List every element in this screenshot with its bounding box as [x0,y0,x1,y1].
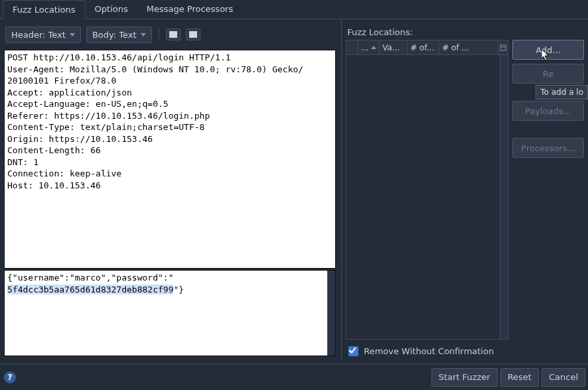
toolbar-separator [159,28,159,41]
request-editors: POST http://10.10.153.46/api/login HTTP/… [1,50,338,360]
table-header: ... Va... # of... # of ... [346,40,508,55]
col-value[interactable]: Va... [380,40,407,54]
cancel-button[interactable]: Cancel [542,368,585,387]
body-selected: 5f4dcc3b5aa765d61d8327deb882cf99 [7,285,173,294]
body-view-label: Body: Text [92,30,137,40]
payloads-button[interactable]: Payloads... [512,101,584,121]
left-pane: Header: Text Body: Text POST http://10.1… [1,19,342,360]
add-button[interactable]: Add... [512,40,584,60]
add-tooltip: To add a lo [536,85,588,99]
body-view-dropdown[interactable]: Body: Text [86,27,152,43]
body-pre: {"username":"marco","password":" [7,273,173,283]
right-pane: Fuzz Locations: ... Va... # of... # of .… [342,19,587,360]
header-view-dropdown[interactable]: Header: Text [5,27,81,43]
col-num-processors[interactable]: # of ... [439,40,498,54]
table-config-icon[interactable] [498,44,508,51]
main-tabs: Fuzz Locations Options Message Processor… [0,0,588,19]
main-area: Header: Text Body: Text POST http://10.1… [0,19,588,360]
col-num-payloads[interactable]: # of... [407,40,439,54]
fuzz-locations-table[interactable]: ... Va... # of... # of ... [346,40,508,340]
view-split-button[interactable] [186,29,200,40]
scrollbar[interactable] [500,55,508,339]
tab-options[interactable]: Options [86,0,137,19]
request-header-editor[interactable]: POST http://10.10.153.46/api/login HTTP/… [4,50,336,269]
help-icon[interactable]: ? [4,371,16,383]
request-toolbar: Header: Text Body: Text [1,19,338,50]
tab-fuzz-locations[interactable]: Fuzz Locations [3,0,86,19]
col-location[interactable]: ... [358,40,380,54]
chevron-down-icon [141,33,146,36]
remove-without-confirm-row: Remove Without Confirmation [346,340,584,360]
svg-rect-0 [500,45,506,50]
header-view-label: Header: Text [11,30,66,40]
footer: ? Start Fuzzer Reset Cancel [0,363,588,390]
body-post: "} [173,285,184,294]
remove-confirm-checkbox[interactable] [348,346,358,356]
scrollbar[interactable] [327,271,335,356]
sort-asc-icon [371,46,376,49]
view-single-button[interactable] [166,29,181,40]
request-body-editor[interactable]: {"username":"marco","password":"5f4dcc3b… [4,270,336,356]
start-fuzzer-button[interactable]: Start Fuzzer [431,368,498,387]
processors-button[interactable]: Processors... [512,138,584,158]
remove-confirm-label: Remove Without Confirmation [364,346,494,356]
fuzz-locations-label: Fuzz Locations: [346,19,584,40]
chevron-down-icon [70,33,75,36]
tab-message-processors[interactable]: Message Processors [137,0,243,19]
reset-button[interactable]: Reset [500,368,539,387]
remove-button[interactable]: Re [512,64,584,84]
